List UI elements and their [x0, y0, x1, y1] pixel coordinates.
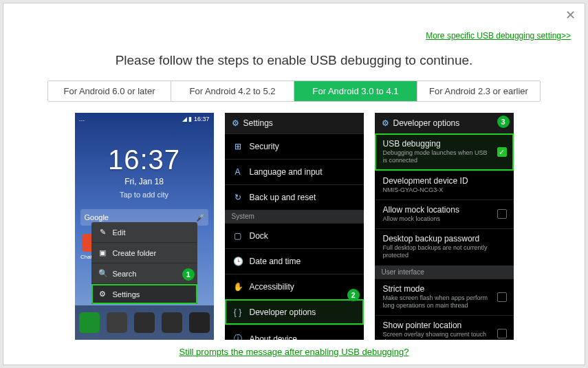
context-menu: ✎Edit▣Create folder🔍Search⚙Settings [91, 222, 197, 304]
dock-icon[interactable] [107, 312, 127, 333]
step-badge-2: 2 [347, 289, 360, 301]
option-subtitle: NMIS-GYAO-NCG3-X [383, 186, 505, 194]
menu-item-search[interactable]: 🔍Search [91, 263, 197, 284]
still-prompts-link[interactable]: Still prompts the message after enabling… [179, 347, 409, 357]
settings-item-about-device[interactable]: ⓘAbout device [225, 325, 364, 340]
step-badge-1: 1 [182, 268, 195, 281]
settings-item-label: About device [250, 334, 297, 340]
gear-icon: ⚙ [382, 118, 389, 128]
settings-item-icon: A [233, 167, 243, 177]
dock-icon[interactable] [79, 312, 100, 333]
mic-icon: 🎤 [196, 214, 204, 221]
phone-screen-2: ⚙ Settings ⊞SecurityALanguage and input↻… [225, 113, 364, 340]
dock-icon[interactable] [162, 312, 182, 333]
settings-item-icon: 🕒 [233, 257, 243, 266]
settings-item-dock[interactable]: ▢Dock [225, 223, 364, 248]
phone-screen-3: ⚙ Developer options 3 USB debuggingDebug… [375, 113, 514, 340]
dev-option-development-device-id[interactable]: Development device IDNMIS-GYAO-NCG3-X [375, 171, 514, 199]
more-settings-link[interactable]: More specific USB debugging setting>> [426, 31, 571, 41]
settings-item-date-and-time[interactable]: 🕒Date and time [225, 248, 364, 274]
search-icon: 🔍 [98, 269, 107, 278]
settings-header: ⚙ Settings [225, 113, 364, 133]
option-subtitle: Full desktop backups are not currently p… [383, 244, 505, 260]
settings-item-accessibility[interactable]: ✋Accessibility [225, 274, 364, 299]
google-label: Google [85, 213, 109, 221]
create folder-icon: ▣ [98, 248, 107, 257]
settings-item-icon: { } [233, 307, 243, 317]
checkbox[interactable] [497, 292, 507, 302]
settings-item-icon: ✋ [233, 282, 243, 292]
menu-item-label: Edit [113, 228, 126, 237]
dialog-root: ✕ More specific USB debugging setting>> … [3, 3, 585, 365]
dev-option-show-pointer-location[interactable]: Show pointer locationScreen overlay show… [375, 315, 514, 340]
option-subtitle: Debugging mode launches when USB is conn… [383, 149, 505, 165]
close-button[interactable]: ✕ [564, 9, 576, 21]
tab-0[interactable]: For Android 6.0 or later [48, 81, 171, 101]
settings-item-label: Security [250, 142, 279, 151]
option-title: Development device ID [383, 176, 505, 186]
option-subtitle: Make screen flash when apps perform long… [383, 294, 505, 310]
tab-2[interactable]: For Android 3.0 to 4.1 [294, 81, 417, 101]
menu-item-create-folder[interactable]: ▣Create folder [91, 243, 197, 263]
settings-item-label: Date and time [250, 257, 301, 266]
settings-item-language-and-input[interactable]: ALanguage and input [225, 159, 364, 184]
gear-icon: ⚙ [232, 118, 239, 128]
dev-option-usb-debugging[interactable]: USB debuggingDebugging mode launches whe… [375, 133, 514, 171]
instruction-screenshots: … ◢ ▮ 16:37 16:37 Fri, Jan 18 Tap to add… [3, 113, 585, 340]
tab-3[interactable]: For Android 2.3 or earlier [417, 81, 540, 101]
option-title: Show pointer location [383, 321, 505, 330]
settings-item-developer-options[interactable]: { }Developer options [225, 299, 364, 325]
menu-item-label: Settings [113, 290, 140, 299]
dev-options-header: ⚙ Developer options 3 [375, 113, 514, 133]
settings-item-back-up-and-reset[interactable]: ↻Back up and reset [225, 184, 364, 210]
clock-hint: Tap to add city [75, 191, 214, 199]
dock-icon[interactable] [189, 312, 210, 333]
checkbox[interactable] [497, 209, 507, 219]
option-title: USB debugging [383, 139, 505, 149]
option-title: Desktop backup password [383, 234, 505, 243]
dock-icon[interactable] [134, 312, 155, 333]
dev-option-strict-mode[interactable]: Strict modeMake screen flash when apps p… [375, 279, 514, 316]
footer: Still prompts the message after enabling… [3, 345, 585, 358]
tab-1[interactable]: For Android 4.2 to 5.2 [171, 81, 294, 101]
settings-title: Settings [243, 118, 273, 128]
menu-item-label: Search [113, 270, 137, 278]
dev-options-title: Developer options [393, 118, 460, 128]
menu-item-settings[interactable]: ⚙Settings [91, 284, 197, 304]
settings-item-label: Dock [250, 231, 268, 241]
clock-date: Fri, Jan 18 [75, 177, 214, 186]
menu-item-label: Create folder [113, 249, 157, 257]
checkbox[interactable] [497, 329, 507, 338]
settings-item-icon: ⓘ [233, 333, 243, 340]
option-subtitle: Screen overlay showing current touch dat… [383, 331, 505, 340]
status-left: … [79, 116, 85, 122]
settings-item-label: Accessibility [250, 282, 294, 292]
settings-icon: ⚙ [98, 290, 107, 299]
dev-option-allow-mock-locations[interactable]: Allow mock locationsAllow mock locations [375, 199, 514, 228]
settings-item-label: Back up and reset [250, 193, 316, 202]
clock-time: 16:37 [75, 144, 214, 175]
section-header: System [225, 210, 364, 223]
dev-option-desktop-backup-password[interactable]: Desktop backup passwordFull desktop back… [375, 228, 514, 266]
step-badge-3: 3 [497, 116, 510, 128]
option-title: Allow mock locations [383, 205, 505, 215]
option-subtitle: Allow mock locations [383, 215, 505, 223]
menu-item-edit[interactable]: ✎Edit [91, 222, 197, 243]
checkbox[interactable]: ✓ [497, 147, 507, 157]
android-version-tabs: For Android 6.0 or laterFor Android 4.2 … [47, 80, 541, 102]
dock [75, 305, 214, 340]
settings-item-icon: ▢ [233, 231, 243, 241]
settings-item-security[interactable]: ⊞Security [225, 133, 364, 159]
settings-item-icon: ⊞ [233, 142, 243, 151]
status-right: ◢ ▮ 16:37 [182, 116, 210, 122]
phone-screen-1: … ◢ ▮ 16:37 16:37 Fri, Jan 18 Tap to add… [75, 113, 214, 340]
settings-item-icon: ↻ [233, 193, 243, 202]
section-header: User interface [375, 266, 514, 279]
settings-item-label: Language and input [250, 167, 323, 177]
edit-icon: ✎ [98, 228, 107, 237]
settings-item-label: Developer options [250, 307, 316, 317]
option-title: Strict mode [383, 284, 505, 294]
